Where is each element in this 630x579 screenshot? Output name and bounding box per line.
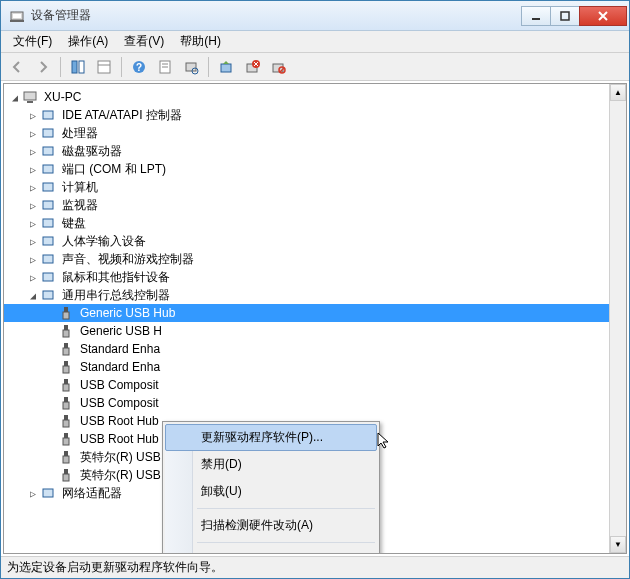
svg-rect-42 (63, 366, 69, 373)
tree-category[interactable]: ▷端口 (COM 和 LPT) (4, 160, 626, 178)
device-icon (40, 287, 56, 303)
svg-rect-1 (13, 14, 21, 18)
maximize-button[interactable] (550, 6, 580, 26)
tree-category[interactable]: ▷IDE ATA/ATAPI 控制器 (4, 106, 626, 124)
help-button[interactable]: ? (127, 56, 151, 78)
tree-panel: ◢XU-PC▷IDE ATA/ATAPI 控制器▷处理器▷磁盘驱动器▷端口 (C… (3, 83, 627, 554)
device-icon (58, 413, 74, 429)
device-icon (58, 377, 74, 393)
expander-icon[interactable]: ▷ (26, 236, 40, 247)
tree-category[interactable]: ▷处理器 (4, 124, 626, 142)
ctx-uninstall[interactable]: 卸载(U) (165, 478, 377, 505)
svg-rect-35 (64, 307, 68, 312)
svg-rect-52 (63, 456, 69, 463)
expander-icon[interactable]: ▷ (26, 254, 40, 265)
ctx-properties[interactable]: 属性(R) (165, 546, 377, 554)
ctx-separator (197, 508, 375, 509)
update-button[interactable] (214, 56, 238, 78)
vertical-scrollbar[interactable]: ▲ ▼ (609, 84, 626, 553)
tree-device[interactable]: Standard Enha (4, 358, 626, 376)
scroll-up-button[interactable]: ▲ (610, 84, 626, 101)
device-icon (58, 305, 74, 321)
expander-icon[interactable]: ▷ (26, 182, 40, 193)
node-label: 监视器 (60, 196, 100, 215)
device-icon (40, 485, 56, 501)
expander-icon[interactable]: ▷ (26, 146, 40, 157)
svg-rect-5 (72, 61, 77, 73)
expander-icon[interactable]: ▷ (26, 164, 40, 175)
menu-help[interactable]: 帮助(H) (172, 30, 229, 53)
svg-rect-28 (43, 183, 53, 191)
scroll-down-button[interactable]: ▼ (610, 536, 626, 553)
svg-rect-48 (63, 420, 69, 427)
expander-icon[interactable]: ▷ (26, 218, 40, 229)
tree-category[interactable]: ▷人体学输入设备 (4, 232, 626, 250)
tree-category[interactable]: ▷键盘 (4, 214, 626, 232)
back-button[interactable] (5, 56, 29, 78)
tree-device[interactable]: USB Composit (4, 376, 626, 394)
node-label: Generic USB Hub (78, 305, 177, 321)
node-label: 计算机 (60, 178, 100, 197)
device-icon (40, 143, 56, 159)
node-label: 声音、视频和游戏控制器 (60, 250, 196, 269)
expander-icon[interactable]: ▷ (26, 200, 40, 211)
show-hide-button[interactable] (66, 56, 90, 78)
tree-category[interactable]: ▷磁盘驱动器 (4, 142, 626, 160)
tree-root[interactable]: ◢XU-PC (4, 88, 626, 106)
device-manager-window: 设备管理器 文件(F) 操作(A) 查看(V) 帮助(H) ? ◢XU-PC▷I… (0, 0, 630, 579)
device-icon (58, 323, 74, 339)
toolbar: ? (1, 53, 629, 81)
svg-rect-41 (64, 361, 68, 366)
scroll-track[interactable] (610, 101, 626, 536)
uninstall-button[interactable] (240, 56, 264, 78)
tree-category[interactable]: ▷监视器 (4, 196, 626, 214)
expander-icon[interactable]: ▷ (26, 110, 40, 121)
expander-icon[interactable]: ◢ (8, 92, 22, 103)
tree-category[interactable]: ▷声音、视频和游戏控制器 (4, 250, 626, 268)
minimize-button[interactable] (521, 6, 551, 26)
node-label: Standard Enha (78, 359, 162, 375)
scan-button[interactable] (179, 56, 203, 78)
node-label: Standard Enha (78, 341, 162, 357)
svg-rect-37 (64, 325, 68, 330)
device-icon (40, 233, 56, 249)
expander-icon[interactable]: ▷ (26, 488, 40, 499)
close-button[interactable] (579, 6, 627, 26)
svg-rect-39 (64, 343, 68, 348)
svg-rect-36 (63, 312, 69, 319)
tree-category[interactable]: ◢通用串行总线控制器 (4, 286, 626, 304)
svg-rect-49 (64, 433, 68, 438)
svg-rect-23 (27, 101, 33, 103)
properties-button[interactable] (153, 56, 177, 78)
tree-device[interactable]: Generic USB H (4, 322, 626, 340)
node-label: 网络适配器 (60, 484, 124, 503)
tree-category[interactable]: ▷计算机 (4, 178, 626, 196)
device-icon (40, 269, 56, 285)
ctx-update-driver[interactable]: 更新驱动程序软件(P)... (165, 424, 377, 451)
svg-rect-44 (63, 384, 69, 391)
tree-device[interactable]: Generic USB Hub (4, 304, 626, 322)
svg-rect-46 (63, 402, 69, 409)
menu-action[interactable]: 操作(A) (60, 30, 116, 53)
tree-device[interactable]: Standard Enha (4, 340, 626, 358)
expander-icon[interactable]: ▷ (26, 128, 40, 139)
status-text: 为选定设备启动更新驱动程序软件向导。 (7, 559, 223, 576)
view-button-2[interactable] (92, 56, 116, 78)
disable-button[interactable] (266, 56, 290, 78)
menu-view[interactable]: 查看(V) (116, 30, 172, 53)
node-label: IDE ATA/ATAPI 控制器 (60, 106, 184, 125)
tree-device[interactable]: USB Composit (4, 394, 626, 412)
titlebar[interactable]: 设备管理器 (1, 1, 629, 31)
expander-icon[interactable]: ◢ (26, 290, 40, 301)
ctx-scan[interactable]: 扫描检测硬件改动(A) (165, 512, 377, 539)
device-icon (40, 251, 56, 267)
tree-category[interactable]: ▷鼠标和其他指针设备 (4, 268, 626, 286)
menu-file[interactable]: 文件(F) (5, 30, 60, 53)
menubar: 文件(F) 操作(A) 查看(V) 帮助(H) (1, 31, 629, 53)
ctx-disable[interactable]: 禁用(D) (165, 451, 377, 478)
expander-icon[interactable]: ▷ (26, 272, 40, 283)
svg-rect-6 (79, 61, 84, 73)
forward-button[interactable] (31, 56, 55, 78)
statusbar: 为选定设备启动更新驱动程序软件向导。 (1, 556, 629, 578)
device-icon (40, 107, 56, 123)
